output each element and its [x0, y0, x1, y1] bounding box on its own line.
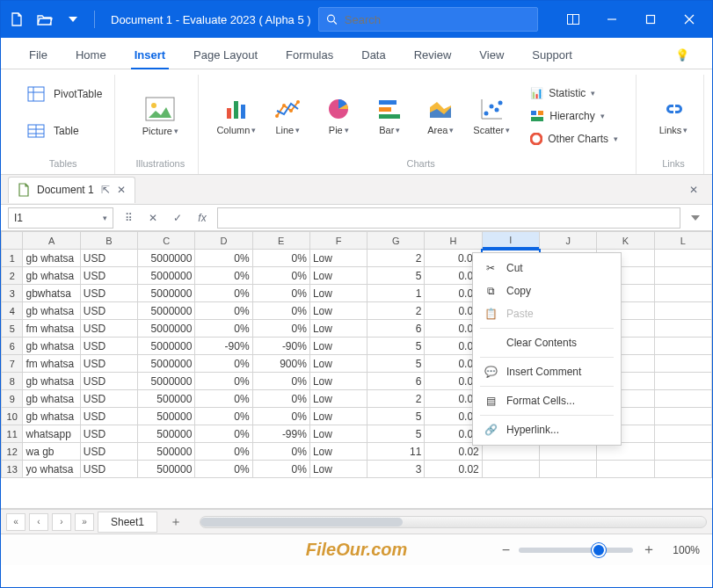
row-header[interactable]: 7 [2, 355, 23, 373]
cell[interactable]: -90% [195, 338, 252, 355]
cell[interactable]: 0% [252, 285, 309, 302]
cell[interactable]: USD [80, 302, 137, 320]
cell[interactable]: 0% [252, 390, 309, 408]
row-header[interactable]: 4 [2, 302, 23, 320]
cell[interactable]: gb whatsa [23, 408, 80, 425]
cell[interactable]: 500000 [138, 461, 195, 478]
cell[interactable]: 0% [195, 267, 252, 285]
sheet-nav-first[interactable]: « [6, 513, 25, 531]
cell[interactable]: USD [80, 408, 137, 425]
tab-data[interactable]: Data [349, 41, 397, 69]
tab-file[interactable]: File [17, 41, 60, 69]
formula-input[interactable] [217, 207, 680, 229]
cell[interactable]: 900% [252, 355, 309, 373]
search-box[interactable] [318, 7, 538, 32]
tab-view[interactable]: View [467, 41, 516, 69]
scrollbar-thumb[interactable] [200, 518, 403, 526]
cell[interactable]: 6 [367, 373, 425, 390]
cell[interactable]: Low [309, 285, 367, 302]
picture-button[interactable]: Picture▾ [129, 92, 191, 140]
zoom-level[interactable]: 100% [665, 544, 700, 556]
cell[interactable]: 500000 [138, 425, 195, 443]
cell[interactable] [654, 373, 711, 390]
sheet-nav-next[interactable]: › [52, 513, 71, 531]
lightbulb-icon[interactable]: 💡 [668, 41, 696, 69]
tab-page-layout[interactable]: Page Layout [181, 41, 270, 69]
cell[interactable]: 5000000 [138, 267, 195, 285]
row-header[interactable]: 3 [2, 285, 23, 302]
cell[interactable]: Low [309, 302, 367, 320]
tab-home[interactable]: Home [63, 41, 119, 69]
cell[interactable]: 5000000 [138, 302, 195, 320]
row-header[interactable]: 1 [2, 250, 23, 267]
cell[interactable]: -90% [252, 338, 309, 355]
maximize-button[interactable] [631, 1, 670, 38]
spreadsheet-grid[interactable]: ABCDEFGHIJKL1gb whatsaUSD50000000%0%Low2… [1, 231, 712, 509]
col-header-I[interactable]: I [482, 232, 539, 250]
ctx-hyperlink[interactable]: 🔗Hyperlink... [473, 418, 621, 441]
cell[interactable]: 0% [195, 355, 252, 373]
cell[interactable]: Low [309, 320, 367, 338]
cell[interactable]: 5000000 [138, 285, 195, 302]
cell[interactable] [654, 267, 711, 285]
cell[interactable]: Low [309, 338, 367, 355]
open-doc-icon[interactable] [33, 7, 57, 32]
row-header[interactable]: 8 [2, 373, 23, 390]
cell[interactable]: -99% [252, 425, 309, 443]
row-header[interactable]: 9 [2, 390, 23, 408]
statistic-chart-button[interactable]: 📊Statistic▾ [525, 83, 623, 103]
cell[interactable]: 500000 [138, 408, 195, 425]
bar-chart-button[interactable]: Bar▾ [367, 93, 412, 139]
search-input[interactable] [345, 13, 530, 26]
cell[interactable]: USD [80, 267, 137, 285]
cell[interactable]: 1 [367, 285, 425, 302]
cell[interactable]: 5 [367, 355, 425, 373]
cell[interactable]: 11 [367, 443, 425, 461]
cell[interactable]: 5000000 [138, 373, 195, 390]
close-all-tabs-icon[interactable]: ✕ [682, 180, 705, 200]
cell[interactable]: USD [80, 373, 137, 390]
cell[interactable] [540, 461, 597, 478]
row-header[interactable]: 11 [2, 425, 23, 443]
col-header-L[interactable]: L [654, 232, 711, 250]
cell[interactable]: gb whatsa [23, 373, 80, 390]
cell[interactable]: 0% [195, 443, 252, 461]
select-all-corner[interactable] [2, 232, 23, 250]
cell[interactable] [654, 302, 711, 320]
close-button[interactable] [670, 1, 709, 38]
close-tab-icon[interactable]: ✕ [117, 184, 126, 196]
cell[interactable]: yo whatsa [23, 461, 80, 478]
cell[interactable]: 0% [252, 443, 309, 461]
ctx-clear-contents[interactable]: Clear Contents [473, 331, 621, 354]
cell[interactable]: 0% [195, 285, 252, 302]
ctx-cut[interactable]: ✂Cut [473, 257, 621, 279]
links-button[interactable]: Links▾ [651, 93, 696, 139]
cell[interactable] [482, 461, 539, 478]
col-header-B[interactable]: B [80, 232, 137, 250]
cell[interactable]: USD [80, 390, 137, 408]
cell[interactable] [654, 443, 711, 461]
cell[interactable] [654, 338, 711, 355]
name-box-dropdown-icon[interactable]: ▾ [103, 214, 107, 222]
cell[interactable]: 5000000 [138, 338, 195, 355]
col-header-C[interactable]: C [138, 232, 195, 250]
col-header-E[interactable]: E [252, 232, 309, 250]
cell[interactable]: gb whatsa [23, 267, 80, 285]
zoom-in-button[interactable]: ＋ [642, 541, 656, 559]
row-header[interactable]: 2 [2, 267, 23, 285]
cell[interactable]: 0% [195, 373, 252, 390]
tab-review[interactable]: Review [402, 41, 464, 69]
cell[interactable]: Low [309, 461, 367, 478]
cell[interactable]: 0% [195, 250, 252, 267]
cell[interactable]: gb whatsa [23, 390, 80, 408]
cell[interactable]: 0.02 [425, 461, 482, 478]
window-snap-button[interactable] [554, 1, 593, 38]
hierarchy-chart-button[interactable]: Hierarchy▾ [525, 106, 623, 126]
name-box[interactable]: I1▾ [8, 207, 113, 229]
cell[interactable]: 0% [252, 320, 309, 338]
document-tab[interactable]: Document 1 ⇱ ✕ [8, 177, 135, 203]
cell[interactable]: 0% [195, 461, 252, 478]
zoom-out-button[interactable]: − [502, 542, 510, 558]
sheet-nav-last[interactable]: » [75, 513, 94, 531]
cell[interactable]: fm whatsa [23, 355, 80, 373]
